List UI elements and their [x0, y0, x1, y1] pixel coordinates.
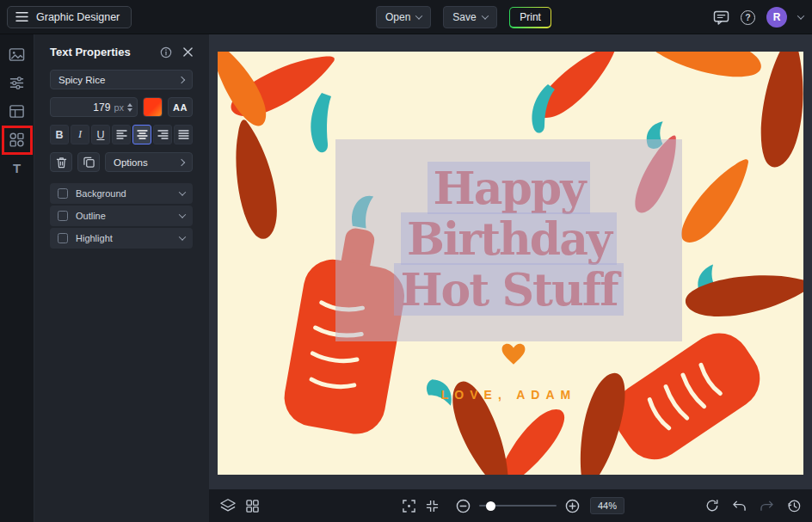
save-button[interactable]: Save [443, 6, 496, 28]
trash-icon [56, 157, 67, 169]
background-checkbox[interactable] [58, 188, 68, 199]
align-left-button[interactable] [112, 125, 131, 144]
design-canvas[interactable]: Happy Birthday Hot Stuff LOVE, ADAM [218, 52, 803, 475]
account-chevron-down-icon[interactable] [797, 12, 804, 19]
bottom-toolbar: 44% [209, 489, 812, 522]
main-area: T Text Properties Spicy Rice 179 px [0, 34, 812, 522]
chevron-down-icon [179, 211, 186, 218]
outline-toggle-row[interactable]: Outline [50, 206, 193, 226]
align-center-icon [137, 130, 148, 139]
align-justify-button[interactable] [174, 125, 193, 144]
shrink-icon[interactable] [426, 500, 439, 513]
open-button-label: Open [385, 11, 410, 23]
italic-button[interactable]: I [71, 125, 89, 144]
canvas-backdrop: Happy Birthday Hot Stuff LOVE, ADAM [209, 34, 812, 489]
outline-checkbox[interactable] [58, 211, 68, 221]
font-size-unit: px [114, 102, 124, 113]
options-label: Options [114, 157, 148, 168]
app-title: Graphic Designer [36, 11, 120, 23]
open-button[interactable]: Open [376, 6, 431, 28]
info-icon[interactable] [160, 46, 172, 58]
chevron-right-icon [178, 76, 185, 83]
chevron-down-icon [415, 12, 422, 19]
print-button[interactable]: Print [509, 7, 552, 28]
align-left-icon [116, 130, 127, 139]
topbar-right: ? R [713, 0, 803, 34]
text-tool-glyph: T [13, 161, 21, 175]
bold-label: B [55, 129, 63, 141]
align-justify-icon [178, 130, 189, 139]
zoom-in-icon[interactable] [565, 499, 580, 513]
top-bar: Graphic Designer Open Save Print ? R [0, 0, 812, 34]
duplicate-button[interactable] [77, 152, 100, 172]
stepper-down-icon[interactable] [127, 108, 132, 112]
help-glyph: ? [745, 12, 750, 22]
canvas-area: Happy Birthday Hot Stuff LOVE, ADAM [209, 34, 812, 522]
undo-icon[interactable] [732, 500, 747, 513]
chevron-down-icon [179, 188, 186, 195]
topbar-actions: Open Save Print [376, 0, 551, 34]
grid-view-icon[interactable] [246, 500, 259, 513]
underline-button[interactable]: U [91, 125, 110, 144]
align-right-icon [157, 130, 169, 139]
text-tool-icon[interactable]: T [9, 159, 26, 176]
zoom-slider[interactable] [479, 505, 557, 507]
signature-text[interactable]: LOVE, ADAM [335, 388, 682, 402]
image-manager-icon[interactable] [9, 46, 26, 63]
tool-rail: T [0, 34, 34, 522]
menu-icon [15, 11, 28, 22]
text-color-swatch[interactable] [143, 97, 163, 117]
outline-label: Outline [76, 211, 106, 221]
font-size-input[interactable]: 179 px [50, 97, 138, 117]
highlight-toggle-row[interactable]: Highlight [50, 228, 193, 249]
zoom-level-value[interactable]: 44% [590, 497, 624, 514]
edit-adjust-icon[interactable] [9, 74, 26, 91]
text-properties-panel: Text Properties Spicy Rice 179 px [34, 34, 209, 522]
redo-icon[interactable] [760, 500, 774, 513]
highlight-checkbox[interactable] [58, 233, 68, 243]
options-button[interactable]: Options [105, 152, 193, 172]
save-button-label: Save [452, 11, 476, 23]
feedback-icon[interactable] [713, 10, 729, 25]
font-size-stepper[interactable] [127, 103, 132, 112]
refresh-icon[interactable] [705, 499, 719, 513]
layers-icon[interactable] [220, 498, 236, 513]
heart-icon[interactable] [501, 343, 526, 365]
help-icon[interactable]: ? [741, 10, 755, 25]
align-center-button[interactable] [132, 125, 151, 144]
avatar[interactable]: R [766, 7, 787, 28]
close-icon[interactable] [183, 47, 193, 57]
bold-button[interactable]: B [50, 125, 69, 144]
fit-screen-icon[interactable] [403, 500, 415, 513]
chevron-right-icon [178, 158, 185, 165]
highlight-label: Highlight [76, 233, 113, 243]
stepper-up-icon[interactable] [127, 103, 132, 107]
font-family-select[interactable]: Spicy Rice [50, 70, 193, 89]
zoom-slider-knob[interactable] [486, 501, 495, 511]
zoom-out-icon[interactable] [456, 499, 471, 513]
background-toggle-row[interactable]: Background [50, 183, 193, 204]
avatar-initial: R [773, 11, 781, 23]
graphics-icon[interactable] [9, 131, 26, 148]
align-right-button[interactable] [153, 125, 172, 144]
background-label: Background [76, 188, 126, 199]
chevron-down-icon [481, 12, 488, 19]
templates-icon[interactable] [9, 102, 26, 120]
letter-case-label: AA [173, 102, 188, 113]
print-button-label: Print [510, 8, 551, 27]
italic-label: I [78, 128, 82, 141]
underline-label: U [96, 129, 104, 141]
text-selection-overlay[interactable] [335, 139, 682, 341]
history-icon[interactable] [787, 499, 801, 513]
panel-title: Text Properties [50, 46, 131, 58]
font-family-value: Spicy Rice [58, 75, 105, 85]
chevron-down-icon [179, 233, 186, 240]
letter-case-button[interactable]: AA [168, 97, 193, 117]
app-menu-button[interactable]: Graphic Designer [7, 6, 132, 28]
duplicate-icon [83, 157, 95, 168]
font-size-value: 179 [93, 101, 110, 114]
delete-button[interactable] [50, 152, 72, 172]
